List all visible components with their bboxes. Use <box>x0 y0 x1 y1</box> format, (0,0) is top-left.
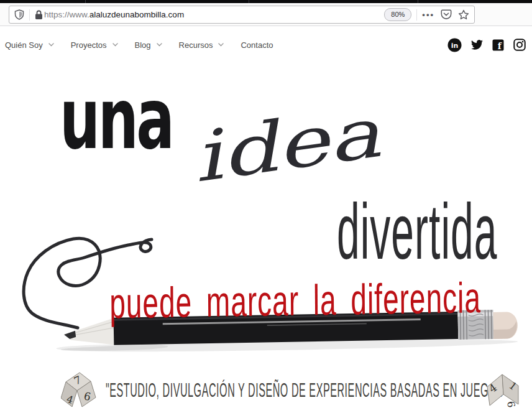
nav-item-proyectos[interactable]: Proyectos <box>71 40 118 50</box>
url-scheme: https://www. <box>44 10 89 19</box>
hero-accent-line: puede marcar la diferencia <box>109 276 481 325</box>
nav-label: Contacto <box>241 40 273 50</box>
chevron-down-icon <box>112 43 118 47</box>
hero-word-una: una <box>60 77 173 161</box>
social-links: in f <box>438 38 526 52</box>
url-bar[interactable]: https://www.alaluzdeunabombilla.com 80% … <box>9 6 475 24</box>
site-header: Quién Soy Proyectos Blog Recursos Contac… <box>0 31 532 58</box>
twitter-icon[interactable] <box>471 40 483 50</box>
linkedin-icon[interactable]: in <box>447 38 462 52</box>
nav-label: Quién Soy <box>5 40 43 50</box>
tagline-text: "ESTUDIO, DIVULGACIÓN Y DISEÑO DE EXPERI… <box>106 379 508 402</box>
svg-text:f: f <box>498 40 502 50</box>
nav-label: Blog <box>135 40 151 50</box>
chevron-down-icon <box>157 43 162 47</box>
nav-item-recursos[interactable]: Recursos <box>179 40 224 50</box>
url-text[interactable]: https://www.alaluzdeunabombilla.com <box>44 10 184 19</box>
pocket-icon[interactable] <box>441 9 452 20</box>
lock-icon <box>35 10 43 20</box>
chevron-down-icon <box>218 43 224 47</box>
dice-icon-left: 7 6 4 <box>61 369 98 409</box>
page-actions-menu-icon[interactable]: ••• <box>422 10 434 19</box>
svg-text:6: 6 <box>505 400 517 408</box>
browser-toolbar: https://www.alaluzdeunabombilla.com 80% … <box>0 3 532 26</box>
svg-text:in: in <box>451 41 459 49</box>
site-page: Quién Soy Proyectos Blog Recursos Contac… <box>0 26 532 412</box>
dice-icon-right: 4 1 6 <box>485 371 522 411</box>
nav-item-blog[interactable]: Blog <box>135 40 162 50</box>
hero-word-divertida: divertida <box>337 193 497 271</box>
url-domain: alaluzdeunabombilla.com <box>89 10 184 19</box>
nav-item-quien-soy[interactable]: Quién Soy <box>5 40 54 50</box>
main-nav: Quién Soy Proyectos Blog Recursos Contac… <box>5 40 290 50</box>
nav-item-contacto[interactable]: Contacto <box>241 40 273 50</box>
bookmark-star-icon[interactable] <box>458 9 469 21</box>
chevron-down-icon <box>48 43 54 47</box>
instagram-icon[interactable] <box>513 39 526 51</box>
facebook-icon[interactable]: f <box>492 39 504 51</box>
zoom-level-badge[interactable]: 80% <box>384 8 411 21</box>
nav-label: Recursos <box>179 40 213 50</box>
tracking-protection-shield-icon[interactable] <box>14 9 24 20</box>
hero-word-idea: idea <box>188 98 384 192</box>
nav-label: Proyectos <box>71 40 107 50</box>
browser-window: https://www.alaluzdeunabombilla.com 80% … <box>0 0 532 413</box>
